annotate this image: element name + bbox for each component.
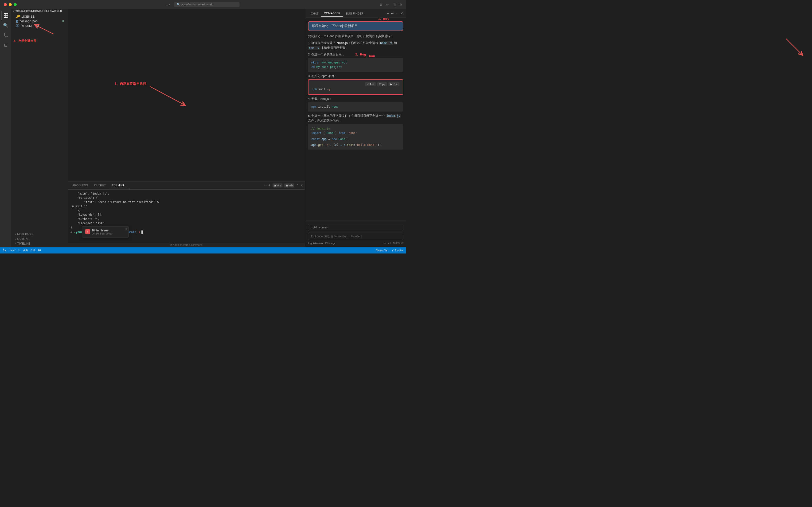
tab-chat[interactable]: CHAT bbox=[308, 11, 321, 17]
layout-icon[interactable]: ⊞ bbox=[380, 3, 383, 6]
outline-section[interactable]: › OUTLINE bbox=[11, 237, 68, 241]
panel-icon[interactable]: ▭ bbox=[386, 3, 389, 6]
search-bar[interactable]: 🔍 your-first-hono-helloworld bbox=[174, 2, 239, 7]
info[interactable]: ℹ 0 bbox=[38, 249, 41, 252]
close-panel-icon[interactable]: ✕ bbox=[400, 11, 403, 16]
close-button[interactable] bbox=[4, 3, 7, 6]
terminal-shell1[interactable]: ▣ zsh bbox=[273, 183, 282, 187]
search-text: your-first-hono-helloworld bbox=[181, 3, 213, 6]
sidebar: ▾ YOUR-FIRST-HONO-HELLOWORLD 🔑 LICENSE {… bbox=[11, 9, 68, 247]
notepads-section[interactable]: › NOTEPADS bbox=[11, 232, 68, 237]
svg-point-3 bbox=[5, 250, 6, 251]
chat-input-field[interactable]: Edit code (⌘I), @ to mention, ↑ to selec… bbox=[308, 233, 403, 240]
minimize-button[interactable] bbox=[9, 3, 12, 6]
term-line: "main": "index.js", bbox=[70, 191, 302, 196]
add-context-button[interactable]: + Add context bbox=[308, 224, 403, 231]
branch-name[interactable]: main* bbox=[9, 249, 15, 251]
toast-icon: ! bbox=[85, 229, 90, 234]
chat-input-footer: ▾ gpt-4o-mini 🖼 image normal submit ⏎ bbox=[308, 241, 403, 244]
right-panel: CHAT COMPOSER BUG FINDER + ↩ ··· ✕ 1、提问 bbox=[305, 9, 406, 247]
explorer-icon[interactable] bbox=[1, 11, 10, 20]
chat-input-area: + Add context Edit code (⌘I), @ to menti… bbox=[305, 221, 406, 247]
package-icon: {} bbox=[16, 19, 18, 23]
extensions-icon[interactable]: ⊞ bbox=[1, 41, 10, 50]
chat-footer-right: normal submit ⏎ bbox=[383, 241, 403, 244]
cursor-tab[interactable]: Cursor Tab bbox=[376, 249, 388, 251]
annotation2-label2: 2、Run bbox=[364, 54, 375, 59]
search-icon: 🔍 bbox=[176, 3, 180, 6]
errors[interactable]: ⊗ 0 bbox=[23, 249, 27, 252]
code-import: import { Hono } from 'hono' bbox=[311, 131, 400, 135]
arrow3 bbox=[148, 84, 190, 108]
nav-arrows: ‹ › bbox=[167, 2, 170, 7]
tab-terminal[interactable]: TERMINAL bbox=[109, 183, 129, 188]
submit-button[interactable]: submit ⏎ bbox=[393, 241, 403, 244]
maximize-terminal-icon[interactable]: ⌃ bbox=[296, 184, 299, 187]
step3-codeblock: ↩ Ask Copy ▶ Run npm init -y bbox=[308, 79, 403, 95]
add-context-label: + Add context bbox=[311, 226, 328, 229]
term-line: "license": "ISC" bbox=[70, 221, 302, 225]
annotation1-label: 1、提问 bbox=[378, 18, 389, 21]
run-button[interactable]: ▶ Run bbox=[388, 82, 399, 86]
terminal-shell2[interactable]: ▣ zsh bbox=[284, 183, 294, 187]
model-name: gpt-4o-mini bbox=[310, 242, 323, 244]
response-intro: 要初始化一个 Hono.js 的最新项目，你可以按照以下步骤进行： bbox=[308, 34, 403, 39]
term-line: "keywords": [], bbox=[70, 213, 302, 217]
warnings[interactable]: ⚠ 0 bbox=[30, 249, 35, 252]
forward-button[interactable]: › bbox=[169, 2, 170, 7]
source-control-icon[interactable] bbox=[1, 31, 10, 40]
close-terminal-icon[interactable]: ✕ bbox=[300, 184, 303, 187]
copy-button[interactable]: Copy bbox=[377, 82, 387, 86]
statusbar: main* ↻ ⊗ 0 ⚠ 0 ℹ 0 Cursor Tab ✓ Prettie… bbox=[0, 247, 406, 253]
svg-point-1 bbox=[6, 36, 7, 37]
sync-icon[interactable]: ↻ bbox=[18, 249, 20, 252]
maximize-button[interactable] bbox=[14, 3, 17, 6]
search-icon[interactable]: 🔍 bbox=[1, 21, 10, 30]
tab-composer[interactable]: COMPOSER bbox=[321, 10, 343, 17]
tab-output[interactable]: OUTPUT bbox=[92, 183, 109, 188]
outline-label: OUTLINE bbox=[17, 237, 30, 240]
tab-problems[interactable]: PROBLEMS bbox=[69, 183, 91, 188]
step3-label: 3. 初始化 npm 项目： bbox=[308, 74, 403, 79]
terminal-footer: ⌘K to generate a command bbox=[68, 243, 305, 247]
step2-code-container: 2、Run mkdir my-hono-project cd my-hono-p… bbox=[308, 58, 403, 72]
term-line: & exit 1" bbox=[70, 204, 302, 208]
ask-button[interactable]: ↩ Ask bbox=[365, 82, 376, 86]
step2-codeblock: mkdir my-hono-project cd my-hono-project bbox=[308, 58, 403, 72]
back-button[interactable]: ‹ bbox=[167, 2, 168, 7]
add-chat-icon[interactable]: + bbox=[387, 11, 389, 16]
rpanel-actions: + ↩ ··· ✕ bbox=[387, 11, 403, 16]
add-terminal-icon[interactable]: + bbox=[268, 183, 271, 187]
tab-bugfinder[interactable]: BUG FINDER bbox=[343, 11, 366, 17]
step4-label: 4. 安装 Hono.js： bbox=[308, 97, 403, 102]
code-route: app.get('/', (c) ⇒ c.text('Hello Hono!')… bbox=[311, 143, 400, 147]
step1-label: 1. 确保你已经安装了 Node.js：你可以在终端中运行 node -v 和 … bbox=[308, 41, 403, 51]
ellipsis-icon: ··· bbox=[264, 183, 267, 187]
file-item-license[interactable]: 🔑 LICENSE bbox=[11, 14, 68, 19]
sidebar-bottom: › NOTEPADS › OUTLINE › TIMELINE bbox=[11, 231, 68, 247]
more-icon[interactable]: ··· bbox=[396, 11, 399, 16]
prompt-x: ✗ bbox=[139, 230, 140, 234]
statusbar-left: main* ↻ ⊗ 0 ⚠ 0 ℹ 0 bbox=[3, 248, 41, 252]
annotation3-label: 3、自动在终端里执行 bbox=[115, 82, 146, 86]
timeline-section[interactable]: › TIMELINE bbox=[11, 241, 68, 246]
project-folder[interactable]: ▾ YOUR-FIRST-HONO-HELLOWORLD bbox=[11, 9, 68, 13]
code-const: const app = new Hono() bbox=[311, 137, 400, 142]
settings-icon[interactable]: ⚙ bbox=[399, 3, 402, 6]
image-toggle[interactable]: 🖼 image bbox=[325, 242, 336, 244]
svg-point-0 bbox=[4, 34, 5, 35]
terminal-tabs: PROBLEMS OUTPUT TERMINAL ··· + ▣ zsh ▣ z… bbox=[68, 181, 305, 189]
prettier[interactable]: ✓ Prettier bbox=[392, 249, 403, 252]
titlebar-right: ⊞ ▭ ◫ ⚙ bbox=[380, 3, 402, 6]
statusbar-right: Cursor Tab ✓ Prettier bbox=[376, 249, 403, 252]
file-name-license: LICENSE bbox=[21, 15, 64, 18]
model-selector[interactable]: ▾ gpt-4o-mini bbox=[308, 241, 323, 244]
source-control-btn[interactable] bbox=[3, 248, 6, 252]
arrow4 bbox=[30, 22, 58, 37]
toast-close-button[interactable]: × bbox=[125, 227, 127, 231]
cursor bbox=[141, 230, 143, 234]
user-message: 帮我初始化一下honojs最新项目 bbox=[308, 21, 403, 31]
toast-subtitle: On settings portal bbox=[92, 232, 112, 235]
history-icon[interactable]: ↩ bbox=[391, 11, 394, 16]
sidebar-icon[interactable]: ◫ bbox=[393, 3, 396, 6]
